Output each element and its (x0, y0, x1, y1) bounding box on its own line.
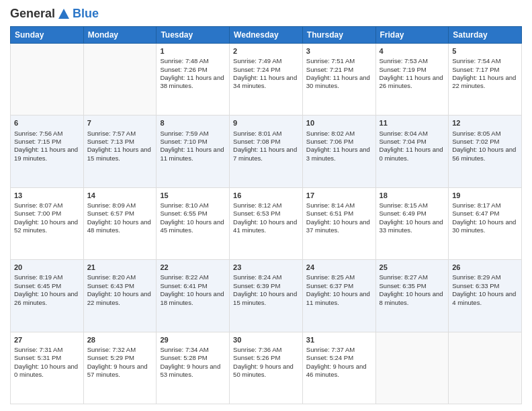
day-info: Sunrise: 8:02 AM (306, 130, 372, 138)
calendar-cell: 18Sunrise: 8:15 AMSunset: 6:49 PMDayligh… (375, 187, 449, 259)
day-info: Sunrise: 8:22 AM (160, 273, 226, 281)
day-info: Daylight: 10 hours and 26 minutes. (14, 290, 80, 307)
day-info: Daylight: 10 hours and 41 minutes. (233, 218, 299, 235)
day-info: Daylight: 10 hours and 15 minutes. (233, 290, 299, 307)
day-info: Sunset: 7:00 PM (14, 210, 80, 218)
day-number: 6 (14, 118, 80, 128)
calendar-cell: 2Sunrise: 7:49 AMSunset: 7:24 PMDaylight… (230, 44, 303, 116)
calendar-cell (375, 332, 449, 404)
day-number: 1 (160, 46, 226, 56)
day-info: Sunrise: 7:37 AM (306, 346, 372, 354)
day-info: Sunrise: 7:36 AM (233, 346, 299, 354)
calendar-table: SundayMondayTuesdayWednesdayThursdayFrid… (10, 26, 522, 404)
calendar-cell: 21Sunrise: 8:20 AMSunset: 6:43 PMDayligh… (83, 260, 157, 332)
day-info: Sunset: 6:53 PM (233, 210, 299, 218)
day-info: Sunset: 7:24 PM (233, 66, 299, 74)
calendar-cell: 9Sunrise: 8:01 AMSunset: 7:08 PMDaylight… (230, 116, 303, 187)
day-number: 16 (233, 191, 299, 200)
day-info: Sunset: 6:35 PM (380, 282, 445, 290)
logo-text: General Blue (10, 7, 99, 21)
day-number: 9 (233, 118, 299, 128)
calendar-cell: 19Sunrise: 8:17 AMSunset: 6:47 PMDayligh… (449, 187, 522, 259)
calendar-cell: 10Sunrise: 8:02 AMSunset: 7:06 PMDayligh… (302, 116, 375, 187)
day-info: Sunrise: 8:09 AM (87, 201, 153, 210)
day-info: Sunrise: 7:32 AM (87, 346, 153, 354)
day-number: 3 (306, 46, 372, 56)
day-info: Sunset: 5:29 PM (87, 354, 153, 362)
day-number: 4 (380, 46, 445, 56)
day-info: Sunset: 7:10 PM (160, 138, 226, 146)
calendar-cell: 24Sunrise: 8:25 AMSunset: 6:37 PMDayligh… (302, 260, 375, 332)
day-info: Daylight: 10 hours and 30 minutes. (452, 218, 518, 235)
day-number: 2 (233, 46, 299, 56)
day-info: Sunrise: 8:04 AM (380, 130, 445, 138)
day-info: Sunrise: 8:29 AM (452, 273, 518, 281)
day-info: Sunset: 5:24 PM (306, 354, 372, 362)
day-header-sunday: Sunday (11, 27, 84, 44)
calendar-cell: 1Sunrise: 7:48 AMSunset: 7:26 PMDaylight… (157, 44, 230, 116)
day-info: Sunset: 6:57 PM (87, 210, 153, 218)
day-info: Sunrise: 8:05 AM (452, 130, 518, 138)
day-info: Sunset: 7:15 PM (14, 138, 80, 146)
day-number: 31 (306, 335, 372, 345)
day-number: 5 (452, 46, 518, 56)
day-header-thursday: Thursday (302, 27, 375, 44)
day-info: Sunrise: 8:24 AM (233, 273, 299, 281)
logo-triangle-icon (58, 8, 70, 20)
day-info: Sunrise: 7:34 AM (160, 346, 226, 354)
day-info: Sunset: 6:43 PM (87, 282, 153, 290)
calendar-cell: 20Sunrise: 8:19 AMSunset: 6:45 PMDayligh… (11, 260, 84, 332)
day-info: Daylight: 10 hours and 8 minutes. (380, 290, 445, 307)
page: General Blue SundayMondayTuesdayWednesda… (0, 0, 532, 411)
calendar-cell: 25Sunrise: 8:27 AMSunset: 6:35 PMDayligh… (375, 260, 449, 332)
day-number: 28 (87, 335, 153, 345)
day-number: 17 (306, 191, 372, 200)
day-info: Sunrise: 7:59 AM (160, 130, 226, 138)
day-info: Sunset: 7:04 PM (380, 138, 445, 146)
day-info: Sunset: 7:26 PM (160, 66, 226, 74)
day-header-wednesday: Wednesday (230, 27, 303, 44)
day-info: Sunset: 5:26 PM (233, 354, 299, 362)
day-info: Sunset: 6:51 PM (306, 210, 372, 218)
calendar-cell: 27Sunrise: 7:31 AMSunset: 5:31 PMDayligh… (11, 332, 84, 404)
day-info: Sunset: 6:41 PM (160, 282, 226, 290)
day-number: 27 (14, 335, 80, 345)
calendar-cell: 22Sunrise: 8:22 AMSunset: 6:41 PMDayligh… (157, 260, 230, 332)
day-info: Daylight: 9 hours and 57 minutes. (87, 363, 153, 379)
header-row: SundayMondayTuesdayWednesdayThursdayFrid… (11, 27, 522, 44)
logo: General Blue (10, 7, 99, 21)
day-info: Daylight: 10 hours and 22 minutes. (87, 290, 153, 307)
day-info: Sunrise: 7:54 AM (452, 57, 518, 65)
calendar-cell: 31Sunrise: 7:37 AMSunset: 5:24 PMDayligh… (302, 332, 375, 404)
day-info: Sunset: 6:49 PM (380, 210, 445, 218)
day-info: Sunrise: 8:01 AM (233, 130, 299, 138)
day-info: Sunrise: 8:14 AM (306, 201, 372, 210)
day-info: Sunrise: 8:17 AM (452, 201, 518, 210)
day-info: Daylight: 11 hours and 7 minutes. (233, 146, 299, 163)
day-info: Daylight: 11 hours and 15 minutes. (87, 146, 153, 163)
day-info: Daylight: 10 hours and 18 minutes. (160, 290, 226, 307)
day-info: Sunset: 6:45 PM (14, 282, 80, 290)
day-header-saturday: Saturday (449, 27, 522, 44)
day-info: Daylight: 10 hours and 45 minutes. (160, 218, 226, 235)
calendar-cell: 29Sunrise: 7:34 AMSunset: 5:28 PMDayligh… (157, 332, 230, 404)
day-info: Sunrise: 8:27 AM (380, 273, 445, 281)
day-info: Daylight: 10 hours and 4 minutes. (452, 290, 518, 307)
day-info: Daylight: 11 hours and 0 minutes. (380, 146, 445, 163)
day-info: Daylight: 11 hours and 26 minutes. (380, 74, 445, 91)
day-info: Sunrise: 7:53 AM (380, 57, 445, 65)
day-info: Daylight: 9 hours and 46 minutes. (306, 363, 372, 379)
day-number: 21 (87, 263, 153, 272)
calendar-cell: 28Sunrise: 7:32 AMSunset: 5:29 PMDayligh… (83, 332, 157, 404)
calendar-cell: 7Sunrise: 7:57 AMSunset: 7:13 PMDaylight… (83, 116, 157, 187)
calendar-cell: 5Sunrise: 7:54 AMSunset: 7:17 PMDaylight… (449, 44, 522, 116)
day-number: 25 (380, 263, 445, 272)
day-info: Daylight: 10 hours and 33 minutes. (380, 218, 445, 235)
week-row-2: 6Sunrise: 7:56 AMSunset: 7:15 PMDaylight… (11, 116, 522, 187)
day-info: Sunrise: 7:48 AM (160, 57, 226, 65)
day-number: 8 (160, 118, 226, 128)
day-info: Sunrise: 8:12 AM (233, 201, 299, 210)
day-info: Sunset: 6:39 PM (233, 282, 299, 290)
calendar-cell (83, 44, 157, 116)
day-info: Sunset: 5:31 PM (14, 354, 80, 362)
